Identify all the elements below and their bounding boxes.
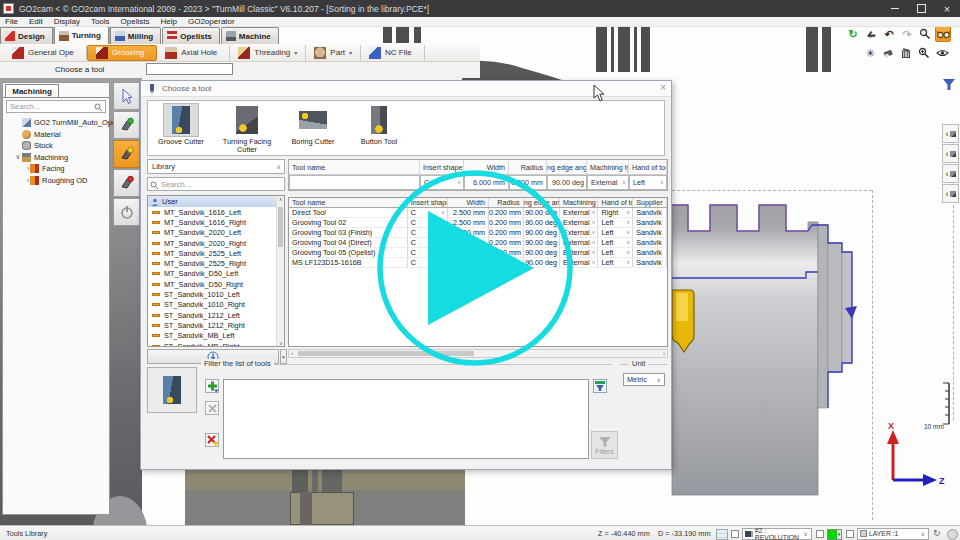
library-list-item[interactable]: ST_Sandvik_1212_Right [148,320,278,330]
ribbon-button[interactable]: Grooving [87,45,157,61]
glasses-icon[interactable] [935,26,951,42]
clear-filters-button[interactable] [205,433,219,447]
insert-shape-button[interactable]: ‹ [942,124,959,143]
remove-filter-button[interactable] [205,401,219,415]
menu-item[interactable]: GO2operator [188,17,235,26]
tool-type-item[interactable]: Turning Facing Cutter [218,103,276,155]
tool-mode-green-button[interactable] [113,111,140,139]
library-select[interactable]: Library ∨ [147,159,285,174]
eye-icon[interactable] [934,45,950,61]
tree-item[interactable]: › Facing [3,163,109,175]
library-list-item[interactable]: MT_Sandvik_1616_Right [148,217,278,227]
library-search-input[interactable]: Search... [147,177,285,191]
play-icon[interactable] [428,211,534,325]
ribbon-tab[interactable]: Milling [110,27,161,44]
scroll-down-icon[interactable]: ∨ [279,340,283,346]
library-list-item[interactable]: ST_Sandvik_1010_Right [148,300,278,310]
tool-type-item[interactable]: Boring Cutter [284,103,342,155]
refresh-view-icon[interactable]: ↻ [933,528,941,538]
ribbon-tab[interactable]: Turning [54,26,109,44]
library-list-item[interactable]: MT_Sandvik_2525_Left [148,248,278,258]
tool-type-item[interactable]: Button Tool [350,103,408,155]
maximize-button[interactable] [908,0,934,17]
redo-icon[interactable]: ↷ [899,26,915,42]
filter-column-header[interactable]: Machining typ [587,160,629,174]
close-button[interactable]: × [934,0,960,17]
library-list-item[interactable]: MT_Sandvik_D50_Left [148,269,278,279]
download-options-caret[interactable]: ▾ [280,349,287,364]
ribbon-tab[interactable]: Design [0,27,53,44]
table-column-header[interactable]: Supplier [633,198,667,207]
menu-item[interactable]: Help [161,17,177,26]
scroll-right-icon[interactable]: › [663,350,665,357]
zoom-plus-icon[interactable] [916,45,932,61]
ribbon-tab[interactable]: Opelists [162,27,220,44]
filter-machining-type[interactable]: External [587,175,629,190]
view-selector[interactable]: #2 : REVOLUTION ∨ [742,528,812,540]
tree-caret-icon[interactable]: ∨ [14,153,22,161]
library-list-item[interactable]: MT_Sandvik_2525_Right [148,258,278,268]
dialog-titlebar[interactable]: Choose a tool × [141,81,671,97]
filter-funnel-icon[interactable] [942,78,956,92]
library-list-item[interactable]: ST_Sandvik_1010_Left [148,289,278,299]
tree-item[interactable]: Material [3,129,109,141]
layer-selector[interactable]: LAYER :1 ∨ [857,528,929,540]
tool-prompt-input[interactable] [146,63,233,75]
power-button[interactable] [113,198,140,226]
eraser-icon[interactable] [880,45,896,61]
tree-item[interactable]: › Roughing OD [3,175,109,187]
insert-shape-button[interactable]: ‹ [942,164,959,183]
filter-column-header[interactable]: Hand of tool [629,160,667,174]
ribbon-button[interactable]: Part ▾ [306,45,361,61]
table-column-header[interactable]: Hand of tool [598,198,633,207]
ribbon-tab[interactable]: Machine [221,27,279,44]
library-list-item[interactable]: MT_Sandvik_1616_Left [148,207,278,217]
tree-item[interactable]: GO2 TurnMill_Auto_Ope [3,117,109,129]
scroll-left-icon[interactable]: ‹ [291,350,293,357]
minimize-button[interactable] [882,0,908,17]
add-filter-button[interactable] [205,379,219,393]
zoom-icon[interactable] [917,26,933,42]
tool-type-item[interactable]: Groove Cutter [152,103,210,155]
insert-shape-button[interactable]: ‹ [942,144,959,163]
machining-tab[interactable]: Machining [5,84,59,97]
pointer-hand-icon[interactable] [863,26,879,42]
tree-item[interactable]: ∨ Machining [3,152,109,164]
tool-mode-yellow-button[interactable] [113,140,140,168]
library-list-item[interactable]: MT_Sandvik_2020_Right [148,238,278,248]
menu-item[interactable]: Opelists [121,17,150,26]
ribbon-button[interactable]: Threading ▾ [230,45,306,61]
unit-select[interactable]: Metric ∨ [623,373,665,386]
library-list-item[interactable]: MT_Sandvik_D50_Right [148,279,278,289]
layer-color-swatch[interactable]: ▾ [827,529,842,540]
sync-icon[interactable]: ↻ [845,26,861,42]
ribbon-button[interactable]: NC File [361,45,425,61]
insert-shape-button[interactable]: ‹ [942,184,959,203]
video-play-overlay[interactable] [368,162,582,374]
library-group-header[interactable]: User [148,196,278,207]
tool-mode-red-button[interactable] [113,169,140,197]
wireframe-icon[interactable]: ✳ [862,45,878,61]
undo-icon[interactable]: ↶ [881,26,897,42]
dialog-close-icon[interactable]: × [660,82,666,93]
menu-item[interactable]: Tools [91,17,110,26]
filters-button[interactable]: Filters [591,431,618,459]
library-list-item[interactable]: MT_Sandvik_2020_Left [148,228,278,238]
select-cursor-button[interactable] [113,82,140,110]
library-list-item[interactable]: ST_Sandvik_MB_Left [148,331,278,341]
ribbon-button[interactable]: General Ope [4,45,87,61]
menu-item[interactable]: Display [54,17,80,26]
layer-checkbox[interactable] [846,530,854,538]
library-list-item[interactable]: ST_Sandvik_MB_Right [148,341,278,347]
menu-item[interactable]: File [5,17,18,26]
brush-cup-icon[interactable] [898,45,914,61]
filter-hand-of-tool[interactable]: Left [629,175,667,190]
library-list-item[interactable]: ST_Sandvik_1212_Left [148,310,278,320]
tree-search-input[interactable]: Search... [6,100,106,113]
library-scrollbar[interactable]: ∧∨ [276,196,284,346]
tree-item[interactable]: Stock [3,140,109,152]
grid-toggle-icon[interactable] [716,529,728,540]
active-filters-listbox[interactable] [223,379,589,459]
color-checkbox[interactable] [816,530,824,538]
apply-filter-icon[interactable] [593,379,607,393]
